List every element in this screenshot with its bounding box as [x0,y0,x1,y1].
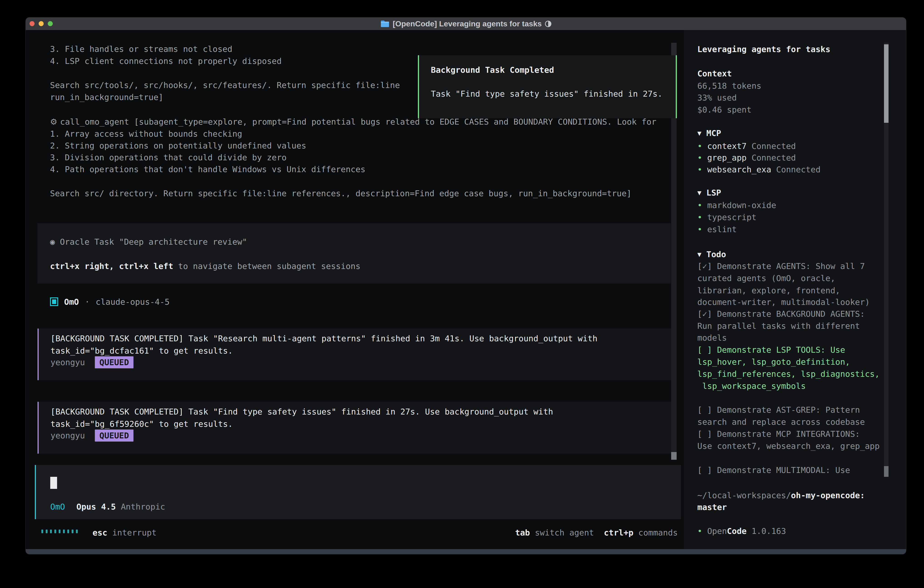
mcp-status: Connected [751,141,796,151]
status-dot-icon: • [697,165,702,174]
todo-line-active: [ ] Demonstrate LSP TOOLS: Use [697,344,845,356]
sidebar-scrollbar-thumb[interactable] [884,45,889,123]
window-bottom-edge [26,549,906,554]
statusbar-left: esc interrupt [92,527,157,538]
esc-key-label: interrupt [112,528,157,537]
toast-notification: Background Task Completed Task "Find typ… [418,55,677,118]
mcp-name: grep_app [707,153,746,162]
oracle-task-box [38,223,671,284]
task-message-line: [BACKGROUND TASK COMPLETED] Task "Resear… [51,332,597,345]
separator-dot: · [85,297,90,307]
input-model-name[interactable]: Opus 4.5 [76,502,116,511]
esc-key-hint: esc [92,528,107,537]
oracle-task-title: ◉ Oracle Task "Deep architecture review" [50,236,247,248]
status-badge: QUEUED [95,429,134,441]
status-dot-icon: • [697,141,702,151]
agent-session-row[interactable]: OmO·claude-opus-4-5 [50,296,170,308]
context-used: 33% used [697,92,737,104]
task-message-line: task_id="bg_dcfac161" to get results. [51,345,233,357]
lsp-name: eslint [707,225,737,234]
mcp-status: Connected [776,165,820,174]
lsp-item: • eslint [697,223,737,235]
lsp-item: • markdown-oxide [697,199,776,211]
todo-line: [ ] Demonstrate AST-GREP: Pattern [697,404,860,416]
agent-name: OmO [64,297,79,307]
app-name-bold: Code [727,526,747,536]
section-mcp[interactable]: ▼ MCP [697,127,721,139]
chevron-down-icon: ▼ [697,250,701,258]
status-dot-icon: • [697,153,702,162]
toast-title: Background Task Completed [431,64,554,76]
oracle-icon: ◉ [50,237,55,246]
workspace-branch: master [697,501,727,513]
mcp-name: context7 [707,141,746,151]
task-message-line: [BACKGROUND TASK COMPLETED] Task "Find t… [51,406,553,418]
version-row: • OpenCode 1.0.163 [697,525,786,537]
output-line: 4. Path operations that don't handle Win… [50,163,365,175]
task-meta-row: yeongyu QUEUED [51,429,134,441]
context-spent: $0.46 spent [697,104,751,116]
tab-key-label: switch agent [535,528,594,537]
todo-line: [ ] Demonstrate MCP INTEGRATIONS: [697,428,860,440]
todo-line-active: lsp_find_references, lsp_diagnostics, [697,368,879,380]
mcp-heading: MCP [706,129,721,138]
task-meta-row: yeongyu QUEUED [51,356,134,368]
todo-line: Run parallel tasks with different [697,320,860,332]
task-message-line: task_id="bg_6f59260c" to get results. [51,418,233,430]
todo-line: [✓] Demonstrate AGENTS: Show all 7 [697,260,865,272]
session-title: Leveraging agents for tasks [697,43,830,55]
task-user: yeongyu [51,431,85,440]
ctrlp-key-hint: ctrl+p [604,528,634,537]
section-todo[interactable]: ▼ Todo [697,248,726,260]
opencode-window: [OpenCode] Leveraging agents for tasks 3… [26,18,906,554]
output-line: 1. Array access without bounds checking [50,128,242,140]
window-title: [OpenCode] Leveraging agents for tasks [393,19,542,28]
mcp-status: Connected [751,153,796,162]
folder-icon [380,20,389,28]
titlebar: [OpenCode] Leveraging agents for tasks [26,18,906,30]
input-model-row: OmOOpus 4.5Anthropic [50,501,165,513]
section-lsp[interactable]: ▼ LSP [697,187,721,199]
hint-key-right: ctrl+x right, [50,261,119,271]
mcp-item: • websearch_exa Connected [697,164,820,175]
tool-call-text: call_omo_agent [subagent_type=explore, p… [60,117,657,126]
context-heading: Context [697,68,732,79]
ctrlp-key-label: commands [639,528,678,537]
subagent-nav-hint: ctrl+x right, ctrl+x left to navigate be… [50,260,360,272]
output-line: Search src/ directory. Return specific f… [50,187,632,200]
mcp-name: websearch_exa [707,165,771,174]
main-scrollbar-thumb[interactable] [671,452,676,460]
lsp-name: typescript [707,213,756,222]
todo-line: [ ] Demonstrate MULTIMODAL: Use [697,464,850,476]
todo-line: [✓] Demonstrate BACKGROUND AGENTS: [697,308,865,320]
lsp-item: • typescript [697,211,756,223]
app-name-light: Open [707,526,727,536]
status-dot-icon: • [697,213,702,222]
oracle-task-text: Oracle Task "Deep architecture review" [60,237,247,246]
app-version: 1.0.163 [751,526,786,536]
todo-line: search and replace across codebase [697,416,865,428]
chevron-down-icon: ▼ [697,189,701,197]
output-line: 4. LSP client connections not properly d… [50,55,282,67]
hint-key-left: ctrl+x left [119,261,178,271]
lsp-heading: LSP [706,188,721,197]
todo-line: librarian, explore, frontend, [697,284,840,297]
agent-model: claude-opus-4-5 [96,297,170,307]
workspace-repo: oh-my-opencode: [791,491,865,500]
main-scrollbar-segment[interactable] [671,43,676,55]
hint-text: to navigate between subagent sessions [178,261,361,271]
output-line: Search src/tools/, src/hooks/, src/featu… [50,79,400,91]
todo-line: Use context7, websearch_exa, grep_app [697,440,879,452]
agent-checkbox-icon [50,297,58,306]
status-dot-icon: • [697,526,702,536]
status-dot-icon: • [697,201,702,210]
todo-line-active: lsp_workspace_symbols [697,380,806,392]
input-agent-name[interactable]: OmO [50,502,65,511]
todo-heading: Todo [706,249,726,259]
context-tokens: 66,518 tokens [697,80,761,92]
output-line: 3. File handles or streams not closed [50,43,233,55]
spinner-dots [41,530,78,533]
output-line: run_in_background=true] [50,91,163,103]
gear-icon: ⚙ [50,117,57,126]
sidebar-scrollbar-segment[interactable] [884,466,889,477]
